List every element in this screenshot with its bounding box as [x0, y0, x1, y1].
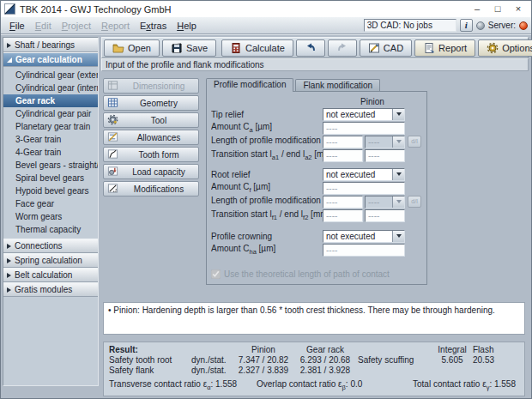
save-floppy-icon	[171, 42, 183, 54]
tab-profile-modification[interactable]: Profile modification	[206, 78, 293, 92]
sidebar-group-belt-calculation[interactable]: Belt calculation	[3, 268, 98, 282]
allowances-icon	[107, 131, 119, 143]
module-sidebar: Shaft / bearings Gear calculation Cylind…	[3, 37, 99, 386]
sidebar-group-shaft-bearings[interactable]: Shaft / bearings	[3, 38, 98, 52]
gear-calculation-items: Cylindrical gear (external) Cylindrical …	[3, 67, 98, 239]
titlebar: TBK 2014 - GWJ Technology GmbH – □ ×	[1, 1, 531, 17]
close-button[interactable]: ×	[509, 3, 528, 15]
sidebar-item-gear-rack[interactable]: Gear rack	[3, 94, 98, 107]
dropdown-arrow-icon[interactable]	[392, 231, 404, 242]
sidebar-item-worm-gears[interactable]: Worm gears	[3, 210, 98, 223]
sidebar-item-4-gear-train[interactable]: 4-Gear train	[3, 146, 98, 159]
warning-text: • Pinion: Hardening depth is larger than…	[108, 305, 495, 315]
report-button[interactable]: Report	[414, 39, 475, 57]
menu-project: Project	[57, 19, 96, 33]
options-gear-icon	[487, 42, 499, 54]
tip-amount-input[interactable]	[323, 122, 405, 135]
root-relief-select[interactable]: not executed	[323, 168, 405, 181]
allowances-button[interactable]: Allowances	[103, 130, 199, 145]
tip-transition-end-input[interactable]	[365, 149, 405, 162]
load-capacity-icon	[107, 166, 119, 178]
root-amount-input[interactable]	[323, 182, 405, 195]
sidebar-item-cylindrical-gear-internal[interactable]: Cylindrical gear (internal)	[3, 82, 98, 94]
profile-crowning-label: Profile crowning	[211, 232, 323, 241]
window-title: TBK 2014 - GWJ Technology GmbH	[20, 4, 468, 15]
tip-relief-label: Tip relief	[211, 110, 323, 119]
report-document-icon	[423, 42, 435, 54]
theoretical-length-label: Use the theoretical length of path of co…	[224, 269, 390, 279]
tip-relief-select[interactable]: not executed	[323, 108, 405, 121]
sidebar-item-thermal-capacity[interactable]: Thermal capacity	[3, 223, 98, 236]
modifications-button[interactable]: Modifications	[103, 181, 199, 196]
tool-button[interactable]: Tool	[103, 112, 199, 128]
sidebar-item-face-gear[interactable]: Face gear	[3, 197, 98, 210]
toolbar: Open Save Calculate	[101, 37, 529, 58]
crowning-amount-label: Amount Cha [µm]	[211, 244, 323, 256]
tip-length-input[interactable]	[323, 136, 363, 148]
tooth-form-curve-icon	[107, 148, 119, 160]
calculate-button[interactable]: Calculate	[221, 39, 293, 57]
root-length-input[interactable]	[323, 196, 363, 209]
cad-button[interactable]: CAD	[360, 39, 412, 57]
sidebar-item-cylindrical-gear-pair[interactable]: Cylindrical gear pair	[3, 107, 98, 120]
tip-length-label: Length of profile modification la [mm]	[211, 136, 323, 148]
cad-status-field: 3D CAD: No jobs	[364, 19, 456, 32]
tip-length-mode-select: ----	[365, 136, 405, 148]
tip-transition-label: Transition start la1 / end la2 [mm]	[211, 149, 323, 161]
dropdown-arrow-icon[interactable]	[392, 109, 404, 120]
dropdown-arrow-icon	[392, 136, 404, 148]
menu-help[interactable]: Help	[172, 19, 202, 33]
collapsed-arrow-icon	[7, 244, 11, 249]
sidebar-group-spring-calculation[interactable]: Spring calculation	[3, 253, 98, 268]
modification-tabs: Profile modification Flank modification	[206, 78, 427, 92]
root-transition-start-input[interactable]	[323, 209, 363, 222]
theoretical-length-checkbox	[211, 269, 221, 279]
sidebar-group-gear-calculation[interactable]: Gear calculation	[3, 52, 98, 67]
dimensioning-button: Dimensioning	[103, 78, 199, 94]
dropdown-arrow-icon[interactable]	[392, 169, 404, 180]
cad-info-button[interactable]: i	[460, 19, 473, 32]
result-row-label: Safety tooth root	[109, 355, 191, 365]
sidebar-item-hypoid-bevel-gears[interactable]: Hypoid bevel gears	[3, 184, 98, 197]
menu-extras[interactable]: Extras	[135, 19, 172, 33]
minimize-button[interactable]: –	[468, 3, 487, 15]
tbk-logo-icon	[4, 3, 15, 15]
open-button[interactable]: Open	[104, 39, 160, 57]
infobar-text: Input of the profile and flank modificat…	[106, 60, 264, 70]
modifications-icon	[107, 183, 119, 195]
sidebar-group-gratis-modules[interactable]: Gratis modules	[3, 282, 98, 297]
save-button[interactable]: Save	[162, 39, 216, 57]
sidebar-item-bevel-gears[interactable]: Bevel gears - straight/helical	[3, 159, 98, 172]
crowning-amount-input[interactable]	[323, 244, 405, 257]
main-panel: Open Save Calculate	[101, 37, 529, 396]
tip-transition-start-input[interactable]	[323, 149, 363, 162]
dimensioning-icon	[107, 80, 119, 92]
options-button[interactable]: Options	[478, 39, 532, 57]
root-transition-end-input[interactable]	[365, 209, 405, 222]
tab-flank-modification[interactable]: Flank modification	[295, 79, 380, 92]
root-amount-label: Amount Cf [µm]	[211, 182, 323, 194]
collapsed-arrow-icon	[7, 287, 11, 293]
profile-crowning-select[interactable]: not executed	[323, 230, 405, 243]
sidebar-item-cylindrical-gear-external[interactable]: Cylindrical gear (external)	[3, 69, 98, 82]
sidebar-item-planetary-gear-train[interactable]: Planetary gear train	[3, 120, 98, 133]
server-label: Server:	[488, 21, 516, 30]
root-length-label: Length of profile modification lf [mm]	[211, 196, 323, 208]
load-capacity-button[interactable]: Load capacity	[103, 164, 199, 179]
tooth-form-button[interactable]: Tooth form	[103, 147, 199, 162]
menu-edit: Edit	[30, 19, 57, 33]
sidebar-group-connections[interactable]: Connections	[3, 239, 98, 253]
sidebar-item-3-gear-train[interactable]: 3-Gear train	[3, 133, 98, 146]
result-col-flash: Flash	[473, 345, 512, 354]
sidebar-item-spiral-bevel-gears[interactable]: Spiral bevel gears	[3, 172, 98, 184]
undo-button[interactable]	[296, 39, 325, 57]
result-row-label: Safety flank	[109, 366, 191, 375]
geometry-grid-icon	[107, 97, 119, 109]
root-relief-label: Root relief	[211, 170, 323, 179]
geometry-button[interactable]: Geometry	[103, 95, 199, 111]
menu-file[interactable]: File	[4, 19, 30, 33]
overlap-contact-ratio: Overlap contact ratio εβ: 0.0	[257, 379, 413, 391]
maximize-button[interactable]: □	[488, 3, 507, 15]
calculator-icon	[230, 42, 242, 54]
status-infobar: Input of the profile and flank modificat…	[101, 58, 529, 71]
